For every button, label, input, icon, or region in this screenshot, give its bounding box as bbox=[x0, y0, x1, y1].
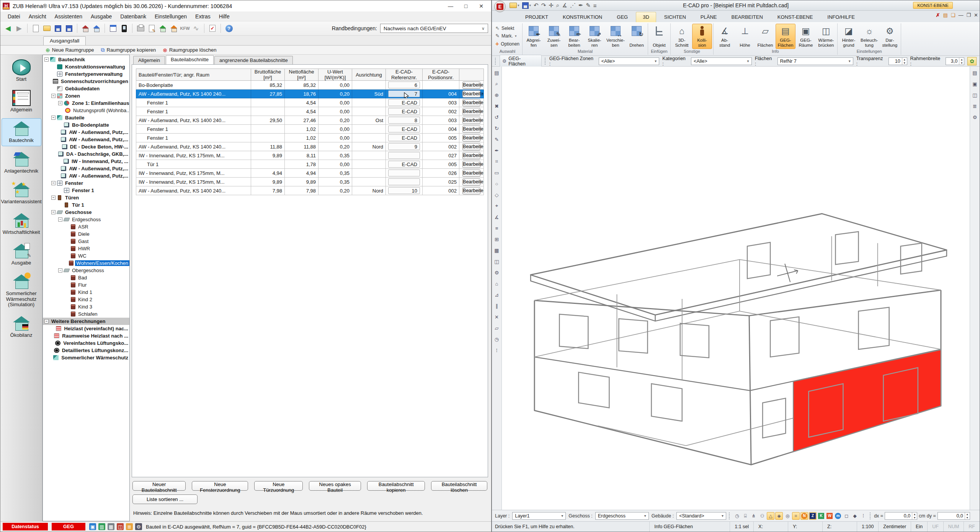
tree-item[interactable]: Fenstertypenverwaltung bbox=[43, 70, 129, 78]
tree-item[interactable]: −Zonen bbox=[43, 92, 129, 100]
tree-item[interactable]: −Zone 1: Einfamilienhaus bbox=[43, 100, 129, 107]
table-row[interactable]: Tür 11,780,00E-CAD005Bearbeiten bbox=[136, 160, 484, 169]
ecad-ref-button[interactable]: 9 bbox=[388, 143, 420, 150]
table-row[interactable]: Fenster 11,020,00E-CAD005Bearbeiten bbox=[136, 134, 484, 142]
ecad-ref-button[interactable]: 10 bbox=[388, 187, 420, 194]
m-icon[interactable]: m bbox=[834, 512, 842, 520]
angle-icon[interactable]: ∡ bbox=[493, 213, 501, 221]
minimize-icon[interactable]: — bbox=[958, 12, 963, 18]
bearbeiten-button[interactable]: Bearbeiten bbox=[462, 170, 480, 177]
tree-item[interactable]: −Fenster bbox=[43, 180, 129, 187]
material-scale-button[interactable]: ⇗Skalie- ren bbox=[585, 24, 604, 49]
tree-item[interactable]: Kind 1 bbox=[43, 289, 129, 296]
maximize-button[interactable]: □ bbox=[458, 2, 474, 11]
tree-item[interactable]: −Bauteile bbox=[43, 114, 129, 121]
energy-house-r-icon[interactable] bbox=[169, 24, 178, 33]
column-header[interactable]: E-CAD-Positionsnr. bbox=[423, 69, 459, 81]
k-icon[interactable]: K bbox=[817, 512, 825, 520]
tree-item[interactable]: −Bautechnik bbox=[43, 56, 129, 63]
tool-window-icon[interactable]: ❏ bbox=[951, 12, 956, 18]
tree-item[interactable]: Fenster 1 bbox=[43, 187, 129, 194]
material-edit-button[interactable]: ✏Bear- beiten bbox=[564, 24, 584, 49]
tree-item[interactable]: Nutzungsprofil (Wohnba... bbox=[43, 107, 129, 114]
expander-icon[interactable]: − bbox=[58, 217, 62, 222]
ecad-ref-button[interactable] bbox=[388, 178, 420, 185]
ecad-ref-button[interactable]: E-CAD bbox=[388, 108, 420, 115]
ribbon-tab-info-hilfe[interactable]: INFO/HILFE bbox=[821, 12, 861, 22]
minimize-button[interactable]: — bbox=[443, 2, 458, 11]
spinner-arrows[interactable]: ▲▼ bbox=[912, 512, 917, 519]
gear-icon[interactable]: ⚙ bbox=[493, 269, 501, 276]
print-icon[interactable] bbox=[136, 24, 145, 33]
flaechen-select[interactable]: RefNr 7▾ bbox=[777, 57, 853, 65]
expander-icon[interactable]: − bbox=[58, 268, 62, 273]
close-icon[interactable]: ✕ bbox=[493, 313, 501, 321]
expander-icon[interactable]: − bbox=[51, 94, 56, 98]
column-header[interactable]: Bruttofläche [m²] bbox=[251, 69, 285, 81]
save-as-icon[interactable] bbox=[64, 24, 74, 33]
check-icon[interactable]: ✓ bbox=[208, 24, 217, 33]
bauteilabschnitt-kopieren-button[interactable]: Bauteilabschnitt kopieren bbox=[367, 481, 425, 491]
tree-item[interactable]: Schlafen bbox=[43, 310, 129, 318]
expander-icon[interactable]: − bbox=[51, 196, 56, 200]
bearbeiten-button[interactable]: Bearbeiten bbox=[462, 82, 480, 89]
clock-icon[interactable]: ◷ bbox=[733, 512, 741, 520]
close-button[interactable]: ✕ bbox=[474, 2, 489, 11]
column-header[interactable]: Ausrichtung bbox=[352, 69, 386, 81]
parallel-icon[interactable]: ∥ bbox=[493, 302, 501, 310]
doc-icon[interactable]: ≣ bbox=[126, 523, 133, 530]
ribbon-tab-konst-ebene[interactable]: KONST-EBENE bbox=[771, 12, 819, 22]
sidebar-item-bautechnik[interactable]: Bautechnik bbox=[2, 118, 41, 146]
monitor-icon[interactable]: ⌸ bbox=[742, 512, 749, 520]
figure-icon[interactable]: ⚇ bbox=[758, 512, 766, 520]
sidebar-item-start[interactable]: Start bbox=[2, 57, 41, 85]
expander-icon[interactable]: − bbox=[51, 210, 56, 214]
ribbon-tab-konstruktion[interactable]: KONSTRUKTION bbox=[556, 12, 609, 22]
bearbeiten-button[interactable]: Bearbeiten bbox=[462, 178, 480, 186]
geg-flaechen-chip[interactable]: ⚙ GEG-Flächen bbox=[500, 55, 542, 68]
tree-item[interactable]: DA - Dachschräge, GKB,... bbox=[43, 150, 129, 158]
raumgruppe-l-schen-button[interactable]: ⊗Raumgruppe löschen bbox=[163, 47, 216, 53]
new-document-icon[interactable] bbox=[31, 24, 40, 33]
tree-item[interactable]: Detailliertes Lüftungskonz... bbox=[43, 347, 129, 354]
target-icon[interactable]: ⌖ bbox=[493, 202, 501, 210]
ecad-ref-button[interactable]: 7 bbox=[388, 90, 420, 97]
sidebar-item-wirtschaftlichkeit[interactable]: Wirtschaftlichkeit bbox=[2, 210, 41, 238]
neue-fensterzuordnung-button[interactable]: Neue Fensterzuordnung bbox=[192, 481, 248, 491]
area-icon[interactable]: ▱ bbox=[493, 324, 501, 332]
printer-icon[interactable]: ≣ bbox=[971, 102, 979, 110]
column-header[interactable]: U-Wert [W/(m²K)] bbox=[318, 69, 352, 81]
tree-item[interactable]: Kind 2 bbox=[43, 296, 129, 303]
grid-icon[interactable]: ⌗ bbox=[493, 158, 501, 165]
house-icon[interactable]: ⌂ bbox=[493, 280, 501, 287]
table-row[interactable]: AW - Außenwand, Putz, KS 1400 240...27,8… bbox=[136, 90, 484, 98]
sidebar-item-ausgabe[interactable]: ✎Ausgabe bbox=[2, 241, 41, 269]
more-icon[interactable]: ⁞ bbox=[493, 346, 501, 354]
tree-item[interactable]: Gast bbox=[43, 238, 129, 245]
dy-input[interactable]: 0,0 ▲▼ bbox=[938, 512, 970, 520]
plus-grid-icon[interactable]: ⊞ bbox=[493, 235, 501, 243]
dots-icon[interactable]: ⁞ bbox=[859, 512, 867, 520]
tree-item[interactable]: AW - Außenwand, Putz,... bbox=[43, 129, 129, 136]
mark-button[interactable]: ✎Mark.▾ bbox=[494, 33, 521, 39]
3d-cut-button[interactable]: ⌂3D- Schnitt bbox=[672, 24, 692, 49]
select-cursor-button[interactable]: ⇖Selekt bbox=[494, 25, 521, 31]
areas-button[interactable]: ▱Flächen bbox=[755, 24, 775, 49]
ribbon-tab-3d[interactable]: 3D bbox=[636, 12, 656, 22]
tree-item[interactable]: Gebäudedaten bbox=[43, 85, 129, 92]
tree-item[interactable]: −Türen bbox=[43, 194, 129, 201]
dx-input[interactable]: 0,0 ▲▼ bbox=[885, 512, 917, 520]
expander-icon[interactable]: − bbox=[44, 319, 49, 323]
ecad-ref-button[interactable]: E-CAD bbox=[388, 126, 420, 132]
expander-icon[interactable]: − bbox=[51, 181, 56, 185]
tree-item[interactable]: Wohnen/Essen/Kochen bbox=[43, 259, 129, 267]
spinner-arrows[interactable]: ▲▼ bbox=[959, 58, 964, 65]
z-icon[interactable]: Z bbox=[809, 512, 817, 520]
rect-icon[interactable]: ▭ bbox=[493, 169, 501, 176]
gear-icon[interactable]: ⚙ bbox=[135, 523, 142, 530]
menu-datei[interactable]: Datei bbox=[3, 12, 24, 21]
tree-item[interactable]: AW - Außenwand, Putz,... bbox=[43, 136, 129, 143]
undo-icon[interactable]: ↺ bbox=[493, 113, 501, 121]
tree-item[interactable]: DE - Decke Beton, HW-... bbox=[43, 143, 129, 150]
distance-button[interactable]: ∡Ab- stand bbox=[715, 24, 735, 49]
